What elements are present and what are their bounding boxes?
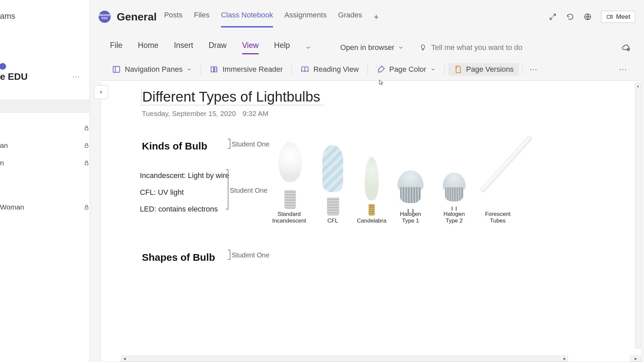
lightbulb-icon <box>419 44 427 51</box>
note-line[interactable]: Incandescent: Light by wire <box>140 171 229 180</box>
immersive-reader-icon <box>210 65 218 74</box>
expand-icon[interactable] <box>549 13 557 21</box>
page-title[interactable]: Different Types of Lightbulbs <box>141 89 324 105</box>
scroll-right-outer-icon[interactable]: ▶ <box>630 356 641 362</box>
page-date: Tuesday, September 15, 2020 <box>142 110 236 118</box>
note-line[interactable]: CFL: UV light <box>140 188 229 197</box>
tab-files[interactable]: Files <box>194 6 209 27</box>
author-bracket-icon <box>226 169 228 209</box>
navigation-panes-button[interactable]: Navigation Panes <box>107 63 197 76</box>
camera-icon <box>606 13 613 20</box>
open-in-browser-button[interactable]: Open in browser <box>340 43 404 52</box>
tab-class-notebook[interactable]: Class Notebook <box>221 6 273 27</box>
nav-panes-icon <box>112 65 121 74</box>
bulb-image-standard-incandescent <box>276 142 303 209</box>
author-tag: Student One <box>232 140 269 148</box>
chevron-down-icon <box>430 67 436 72</box>
add-tab-icon[interactable]: + <box>374 12 379 22</box>
lock-icon <box>84 204 90 210</box>
author-tag: Student One <box>232 251 269 259</box>
lock-icon <box>84 160 90 166</box>
bulb-image-cfl <box>319 145 346 216</box>
ribbon-tab-draw[interactable]: Draw <box>209 41 227 54</box>
bulb-image-forescent-tubes <box>483 138 513 209</box>
svg-rect-5 <box>607 15 611 18</box>
horizontal-scrollbar[interactable]: ◀ ▶ <box>121 356 568 362</box>
bulb-image-candelabra <box>363 157 380 216</box>
refresh-icon[interactable] <box>566 13 574 21</box>
section-heading-2[interactable]: Shapes of Bulb <box>142 252 215 263</box>
svg-rect-3 <box>85 207 88 209</box>
ribbon-tab-file[interactable]: File <box>110 41 122 54</box>
chevron-down-icon <box>398 45 404 51</box>
note-line[interactable]: LED: contains electrons <box>140 205 229 214</box>
section-heading-1[interactable]: Kinds of Bulb <box>142 140 207 152</box>
svg-rect-2 <box>85 163 88 165</box>
sync-status-icon[interactable] <box>621 43 631 54</box>
team-more-icon[interactable]: ··· <box>72 73 80 80</box>
teams-sidebar: ams e EDU ··· an n Woman <box>0 0 90 362</box>
channel-item[interactable]: an <box>0 140 90 150</box>
author-tag: Student One <box>230 187 267 194</box>
tab-posts[interactable]: Posts <box>164 6 182 27</box>
channel-name: General <box>117 11 157 23</box>
bulb-image-halogen-1 <box>397 170 424 209</box>
channel-item[interactable]: Woman <box>0 202 90 212</box>
immersive-reader-button[interactable]: Immersive Reader <box>204 63 288 76</box>
team-name: e EDU <box>0 71 28 82</box>
page-color-button[interactable]: Page Color <box>371 63 441 76</box>
chevron-down-icon <box>186 67 192 72</box>
scroll-right-icon[interactable]: ▶ <box>561 356 568 361</box>
tab-assignments[interactable]: Assignments <box>284 6 327 27</box>
page-versions-button[interactable]: Page Versions <box>448 63 519 76</box>
sidebar-heading: ams <box>0 0 90 21</box>
author-bracket-icon <box>228 250 230 260</box>
scroll-left-icon[interactable]: ◀ <box>121 356 127 361</box>
ribbon-tab-insert[interactable]: Insert <box>174 41 193 54</box>
svg-rect-1 <box>85 145 88 147</box>
vertical-scrollbar[interactable]: ▲ <box>635 83 641 348</box>
tab-grades[interactable]: Grades <box>338 6 362 27</box>
channel-item[interactable]: n <box>0 158 90 168</box>
svg-rect-0 <box>85 128 88 130</box>
lock-icon <box>84 125 90 131</box>
channel-item-selected[interactable] <box>0 100 90 113</box>
chevron-right-icon <box>98 89 104 95</box>
page-canvas[interactable]: Different Types of Lightbulbs Tuesday, S… <box>101 80 642 362</box>
page-time: 9:32 AM <box>243 110 268 118</box>
author-bracket-icon <box>228 139 230 149</box>
toggle-navigation-button[interactable] <box>94 85 108 99</box>
reading-view-icon <box>301 65 309 74</box>
ribbon-more-chevron-icon[interactable] <box>305 45 311 51</box>
ribbon-tab-view[interactable]: View <box>242 41 259 54</box>
bulb-image-halogen-2 <box>443 173 466 206</box>
ribbon-tab-home[interactable]: Home <box>138 41 158 54</box>
globe-icon[interactable] <box>584 13 592 21</box>
reading-view-button[interactable]: Reading View <box>295 63 364 76</box>
scroll-up-icon[interactable]: ▲ <box>635 83 641 89</box>
channel-avatar: INKHOE EDU <box>99 11 111 23</box>
page-color-icon <box>377 65 385 74</box>
ribbon-tab-help[interactable]: Help <box>274 41 290 54</box>
toolbar-overflow-icon[interactable]: ··· <box>526 64 541 75</box>
toolbar-more-icon[interactable]: ··· <box>616 64 631 75</box>
tell-me-input[interactable] <box>431 43 532 52</box>
channel-item[interactable] <box>0 123 90 133</box>
meet-button[interactable]: Meet <box>601 11 635 23</box>
page-versions-icon <box>453 65 462 74</box>
svg-rect-7 <box>113 66 120 72</box>
lock-icon <box>84 142 90 148</box>
